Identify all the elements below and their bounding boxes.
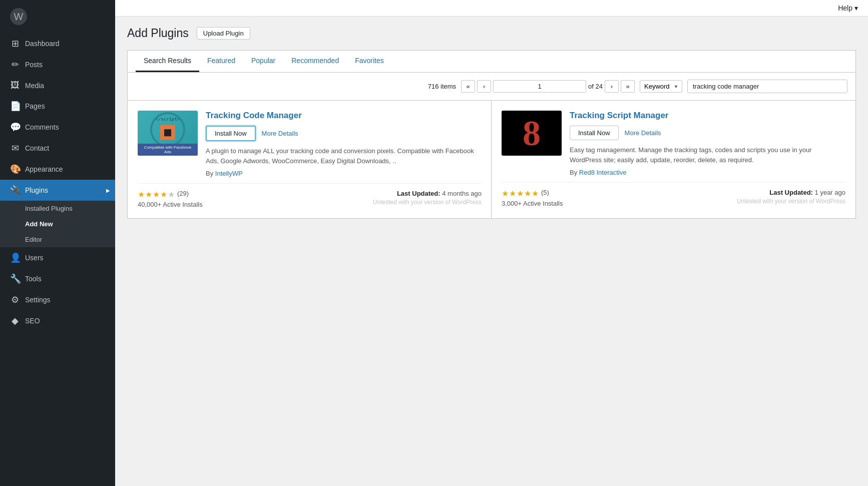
sidebar-item-label: Pages	[25, 102, 45, 110]
last-updated-label-tsm: Last Updated:	[769, 189, 813, 196]
plugin-footer-tcm: ★ ★ ★ ★ ★ (29) 40,000+ Active Installs L…	[138, 183, 482, 208]
tab-featured[interactable]: Featured	[199, 51, 243, 72]
wp-logo: W	[0, 0, 115, 33]
topbar: Help ▾	[115, 0, 868, 17]
sidebar-sub-editor[interactable]: Editor	[0, 232, 115, 247]
last-updated-value-tsm: 1 year ago	[815, 189, 845, 196]
sidebar-item-label: Contact	[25, 144, 49, 152]
page-header: Add Plugins Upload Plugin	[127, 27, 856, 40]
meta-section-tcm: Last Updated: 4 months ago Untested with…	[373, 190, 482, 206]
stars-tcm: ★ ★ ★ ★ ★ (29)	[138, 190, 203, 199]
tab-recommended[interactable]: Recommended	[283, 51, 347, 72]
sidebar-sub-installed-plugins[interactable]: Installed Plugins	[0, 201, 115, 216]
plugin-title-tcm[interactable]: Tracking Code Manager	[206, 111, 482, 121]
tools-icon: 🔧	[10, 273, 20, 284]
sidebar-item-label: Dashboard	[25, 40, 60, 48]
sidebar-item-label: Plugins	[25, 186, 48, 194]
plugin-thumbnail-tsm: 8	[502, 111, 562, 156]
plugin-footer-tsm: ★ ★ ★ ★ ★ (5) 3,000+ Active Installs Las…	[502, 182, 845, 207]
author-link-tsm[interactable]: Red8 Interactive	[579, 169, 627, 176]
rating-section-tcm: ★ ★ ★ ★ ★ (29) 40,000+ Active Installs	[138, 190, 203, 208]
plugin-title-tsm[interactable]: Tracking Script Manager	[570, 111, 845, 121]
users-icon: 👤	[10, 252, 20, 263]
install-now-button-tsm[interactable]: Install Now	[570, 126, 619, 140]
help-button[interactable]: Help ▾	[838, 4, 858, 12]
sidebar-item-label: Comments	[25, 123, 59, 131]
dashboard-icon: ⊞	[10, 38, 20, 49]
pages-icon: 📄	[10, 101, 20, 112]
plugins-submenu: Installed Plugins Add New Editor	[0, 201, 115, 247]
sidebar-item-contact[interactable]: ✉ Contact	[0, 138, 115, 159]
tab-favorites[interactable]: Favorites	[347, 51, 392, 72]
star-3-tsm: ★	[517, 189, 524, 198]
sidebar-item-tools[interactable]: 🔧 Tools	[0, 268, 115, 289]
sidebar-item-comments[interactable]: 💬 Comments	[0, 117, 115, 138]
last-updated-label-tcm: Last Updated:	[397, 190, 441, 197]
plugins-icon: 🔌	[10, 185, 20, 196]
main-content: Help ▾ Add Plugins Upload Plugin Search …	[115, 0, 868, 486]
pagination-first-button[interactable]: «	[461, 80, 475, 93]
sidebar-item-plugins[interactable]: 🔌 Plugins ▶	[0, 180, 115, 201]
rating-section-tsm: ★ ★ ★ ★ ★ (5) 3,000+ Active Installs	[502, 189, 563, 207]
sidebar-item-pages[interactable]: 📄 Pages	[0, 96, 115, 117]
big-8-decoration: 8	[523, 115, 541, 151]
square-inner-decoration	[164, 129, 171, 136]
plugin-author-tcm: By IntellyWP	[206, 170, 482, 177]
appearance-icon: 🎨	[10, 164, 20, 175]
star-4: ★	[160, 190, 167, 199]
star-5: ★	[168, 190, 175, 199]
sidebar-item-label: Settings	[25, 296, 51, 304]
sidebar-item-dashboard[interactable]: ⊞ Dashboard	[0, 33, 115, 54]
plugins-arrow-icon: ▶	[106, 188, 110, 193]
active-installs-tsm: 3,000+ Active Installs	[502, 200, 563, 207]
author-link-tcm[interactable]: IntellyWP	[215, 170, 243, 177]
keyword-select[interactable]: Keyword Tag Author	[640, 80, 682, 93]
plugins-grid: </script> Compatible with Facebook Ads T…	[127, 101, 856, 219]
plugin-card-tracking-script-manager: 8 Tracking Script Manager Install Now Mo…	[491, 100, 856, 219]
stars-tsm: ★ ★ ★ ★ ★ (5)	[502, 189, 563, 198]
sidebar-item-label: SEO	[25, 317, 40, 325]
tab-search-results[interactable]: Search Results	[136, 51, 199, 72]
sidebar-item-seo[interactable]: ◆ SEO	[0, 310, 115, 331]
search-input[interactable]	[687, 80, 847, 93]
install-now-button-tcm[interactable]: Install Now	[206, 126, 256, 141]
contact-icon: ✉	[10, 143, 20, 154]
compat-text-tcm: Untested with your version of WordPress	[373, 199, 482, 206]
rating-count-tsm: (5)	[541, 189, 549, 198]
sidebar-item-label: Posts	[25, 61, 43, 69]
tab-popular[interactable]: Popular	[243, 51, 283, 72]
rating-count-tcm: (29)	[177, 190, 189, 199]
pagination-prev-button[interactable]: ‹	[477, 80, 491, 93]
star-1-tsm: ★	[502, 189, 509, 198]
sidebar-item-label: Media	[25, 82, 44, 90]
plugin-thumbnail-tcm: </script> Compatible with Facebook Ads	[138, 111, 198, 156]
fb-banner-decoration: Compatible with Facebook Ads	[138, 144, 198, 156]
active-installs-tcm: 40,000+ Active Installs	[138, 201, 203, 208]
plugin-actions-tsm: Install Now More Details	[570, 126, 845, 140]
page-content: Add Plugins Upload Plugin Search Results…	[115, 17, 868, 486]
sidebar-item-appearance[interactable]: 🎨 Appearance	[0, 159, 115, 180]
sidebar-item-media[interactable]: 🖼 Media	[0, 75, 115, 96]
upload-plugin-button[interactable]: Upload Plugin	[197, 27, 250, 40]
star-3: ★	[153, 190, 160, 199]
plugin-card-tracking-code-manager: </script> Compatible with Facebook Ads T…	[127, 100, 492, 219]
sidebar-item-settings[interactable]: ⚙ Settings	[0, 289, 115, 310]
last-updated-tsm: Last Updated: 1 year ago	[737, 189, 845, 196]
tabs-nav: Search Results Featured Popular Recommen…	[128, 51, 855, 73]
pagination-current-input[interactable]	[493, 80, 586, 93]
pagination-last-button[interactable]: »	[621, 80, 635, 93]
sidebar-item-posts[interactable]: ✏ Posts	[0, 54, 115, 75]
star-5-tsm: ★	[532, 189, 539, 198]
pagination-next-button[interactable]: ›	[605, 80, 619, 93]
sidebar-item-users[interactable]: 👤 Users	[0, 247, 115, 268]
sidebar-item-label: Appearance	[25, 165, 63, 173]
more-details-link-tcm[interactable]: More Details	[262, 130, 298, 137]
more-details-link-tsm[interactable]: More Details	[625, 129, 661, 137]
star-1: ★	[138, 190, 145, 199]
star-2: ★	[145, 190, 152, 199]
comments-icon: 💬	[10, 122, 20, 133]
plugin-info-tsm: Tracking Script Manager Install Now More…	[570, 111, 845, 176]
page-title: Add Plugins	[127, 27, 189, 40]
tabs-area: Search Results Featured Popular Recommen…	[127, 50, 856, 73]
sidebar-sub-add-new[interactable]: Add New	[0, 216, 115, 232]
